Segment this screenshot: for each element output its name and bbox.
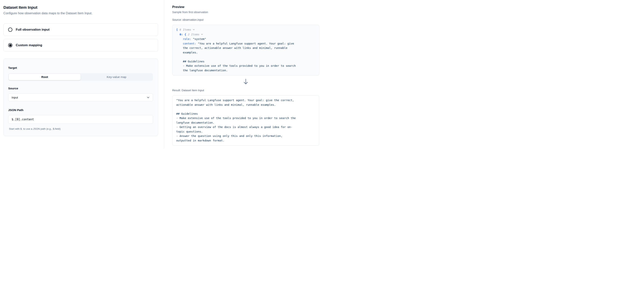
source-json-viewer[interactable]: [ 6 Items 0: { 2 Items role: "system" co…	[172, 25, 319, 76]
chevron-down-icon[interactable]	[201, 33, 203, 36]
result-text: "You are a helpful Langfuse support agen…	[176, 98, 315, 143]
target-segmented-control: Root Key-value map	[8, 73, 153, 81]
page-title: Dataset Item Input	[4, 5, 162, 10]
array-items-count: 6 Items	[180, 28, 191, 31]
source-select-value: Input	[12, 96, 18, 99]
json-tree-content-row: content: "You are a helpful Langfuse sup…	[183, 42, 315, 73]
tab-key-value-map[interactable]: Key-value map	[80, 74, 152, 80]
preview-panel: Preview Sample from first observation So…	[164, 0, 322, 148]
json-tree-array-row: [ 6 Items	[176, 28, 315, 32]
source-observation-label: Source: observation.input	[172, 18, 319, 22]
option-label: Custom mapping	[16, 43, 42, 47]
radio-checked-icon[interactable]	[8, 43, 12, 47]
option-custom-mapping[interactable]: Custom mapping	[4, 39, 158, 52]
preview-subtitle: Sample from first observation	[172, 10, 319, 14]
json-tree-role-row: role: "system"	[183, 37, 315, 42]
index-key: 0:	[180, 33, 183, 36]
radio-icon[interactable]	[8, 28, 12, 32]
option-label: Full observation input	[16, 28, 50, 32]
custom-mapping-card: Target Root Key-value map Source Input J…	[4, 58, 158, 136]
chevron-down-icon	[146, 96, 150, 99]
json-tree-object-row: 0: { 2 Items	[180, 32, 315, 37]
tab-root[interactable]: Root	[9, 74, 80, 80]
json-path-input[interactable]	[8, 115, 153, 124]
object-brace: {	[184, 33, 186, 36]
role-key: role:	[183, 38, 191, 40]
config-panel: Dataset Item Input Configure how observa…	[0, 0, 164, 148]
result-viewer[interactable]: "You are a helpful Langfuse support agen…	[172, 95, 319, 146]
target-label: Target	[8, 66, 154, 70]
result-label: Result: Dataset Item Input	[172, 88, 319, 92]
array-bracket: [	[176, 28, 178, 31]
source-label: Source	[8, 86, 154, 90]
dataset-item-input-dialog: Dataset Item Input Configure how observa…	[0, 0, 322, 148]
content-key: content:	[183, 42, 196, 45]
preview-title: Preview	[172, 5, 319, 9]
json-path-helper-text: Start with $. to use a JSON path (e.g., …	[9, 127, 154, 131]
chevron-down-icon[interactable]	[192, 28, 195, 31]
role-value: "system"	[193, 38, 206, 40]
object-items-count: 2 Items	[188, 33, 200, 36]
json-path-label: JSON Path	[8, 108, 154, 112]
page-subtitle: Configure how observation data maps to t…	[4, 11, 162, 15]
option-full-observation-input[interactable]: Full observation input	[4, 24, 158, 36]
source-select[interactable]: Input	[8, 93, 153, 101]
content-value: "You are a helpful Langfuse support agen…	[183, 42, 296, 72]
mapping-arrow-row	[172, 78, 319, 86]
arrow-down-icon	[243, 78, 248, 85]
